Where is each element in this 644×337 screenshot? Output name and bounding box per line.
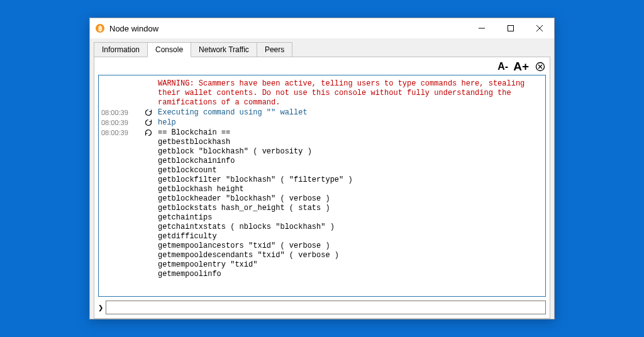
font-controls: A- A+: [94, 57, 550, 75]
app-icon-bitcoin: ฿: [95, 23, 105, 33]
console-warning-row: WARNING: Scammers have been active, tell…: [101, 79, 543, 108]
close-button[interactable]: [525, 19, 554, 38]
console-panel: A- A+ WARNING: Scammers have been active…: [94, 57, 550, 319]
tab-information[interactable]: Information: [94, 42, 148, 57]
tab-console[interactable]: Console: [147, 42, 191, 57]
reload-icon: [139, 108, 158, 118]
node-window: ฿ Node window Information Console Networ…: [89, 18, 555, 319]
console-text: == Blockchain == getbestblockhash getblo…: [158, 128, 543, 279]
console-row: 08:00:39 == Blockchain == getbestblockha…: [101, 128, 543, 279]
console-input-bar: ❯: [98, 301, 546, 314]
tab-peers[interactable]: Peers: [257, 42, 292, 57]
tab-network-traffic[interactable]: Network Traffic: [191, 42, 257, 57]
prompt-icon: ❯: [98, 302, 103, 312]
console-row: 08:00:39 help: [101, 118, 543, 128]
command-in-icon: [139, 118, 158, 128]
clear-console-button[interactable]: [535, 61, 546, 72]
font-decrease-button[interactable]: A-: [496, 61, 510, 72]
svg-rect-3: [508, 26, 514, 31]
window-title: Node window: [109, 24, 158, 33]
response-icon: [139, 128, 158, 138]
tabstrip: Information Console Network Traffic Peer…: [94, 42, 550, 57]
minimize-button[interactable]: [467, 19, 496, 38]
console-output[interactable]: WARNING: Scammers have been active, tell…: [98, 75, 546, 297]
timestamp: 08:00:39: [101, 108, 139, 118]
console-input[interactable]: [106, 301, 546, 314]
titlebar: ฿ Node window: [90, 18, 554, 38]
timestamp: 08:00:39: [101, 118, 139, 128]
svg-text:฿: ฿: [98, 25, 103, 32]
console-text: help: [158, 118, 543, 128]
console-text: Executing command using "" wallet: [158, 108, 543, 118]
timestamp: 08:00:39: [101, 128, 139, 138]
console-warning-text: WARNING: Scammers have been active, tell…: [158, 79, 543, 108]
maximize-button[interactable]: [496, 19, 525, 38]
console-row: 08:00:39 Executing command using "" wall…: [101, 108, 543, 118]
font-increase-button[interactable]: A+: [511, 60, 531, 74]
window-body: Information Console Network Traffic Peer…: [90, 38, 554, 319]
